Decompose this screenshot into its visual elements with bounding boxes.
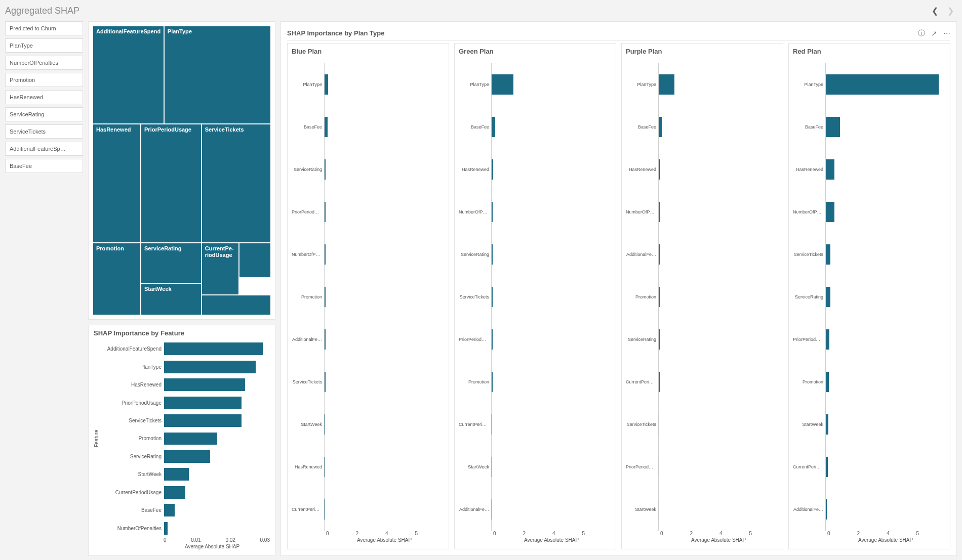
plan-bar-label: BaseFee [793, 124, 825, 130]
plan-bar-row[interactable]: AdditionalFe… [793, 488, 946, 531]
treemap-cell[interactable]: Promotion [93, 243, 141, 315]
treemap-cell[interactable]: AdditionalFeatureSpend [93, 26, 164, 124]
plan-bar-row[interactable]: BaseFee [793, 106, 946, 148]
plan-bar-row[interactable]: CurrentPerio… [292, 488, 445, 531]
plan-bar-row[interactable]: ServiceRating [292, 148, 445, 191]
plan-bar-row[interactable]: NumberOfPe… [459, 191, 612, 233]
plan-bar-row[interactable]: ServiceTickets [292, 361, 445, 403]
filter-pill[interactable]: BaseFee [5, 159, 83, 173]
feature-bar-row[interactable]: Promotion [103, 429, 270, 447]
treemap[interactable]: AdditionalFeatureSpendPlanTypeHasRenewed… [93, 26, 271, 315]
plan-x-axis-label: Average Absolute SHAP [658, 537, 779, 543]
feature-bar-row[interactable]: PriorPeriodUsage [103, 394, 270, 411]
plan-bar-label: ServiceRating [292, 167, 324, 172]
plan-bar-row[interactable]: StartWeek [626, 488, 779, 531]
plan-bar-row[interactable]: PlanType [292, 63, 445, 106]
plan-bar-row[interactable]: ServiceTickets [626, 403, 779, 446]
plan-x-axis-label: Average Absolute SHAP [324, 537, 445, 543]
plan-bar [492, 202, 493, 222]
plan-bar-row[interactable]: PlanType [626, 63, 779, 106]
axis-tick: 0 [164, 537, 167, 543]
plan-bar-row[interactable]: NumberOfPe… [793, 191, 946, 233]
plan-bar-row[interactable]: AdditionalFe… [626, 233, 779, 276]
feature-bar [164, 522, 168, 535]
plan-bar-row[interactable]: PlanType [793, 63, 946, 106]
plan-bar-row[interactable]: StartWeek [459, 446, 612, 488]
filter-pill[interactable]: Predicted to Churn [5, 21, 83, 35]
feature-bar-row[interactable]: StartWeek [103, 465, 270, 483]
treemap-cell[interactable] [202, 295, 271, 315]
plan-bar-row[interactable]: AdditionalFe… [459, 488, 612, 531]
filter-pill[interactable]: AdditionalFeatureSp… [5, 142, 83, 156]
plan-bar-row[interactable]: PriorPeriodU… [292, 191, 445, 233]
filter-pill[interactable]: NumberOfPenalties [5, 56, 83, 70]
plan-bar-row[interactable]: ServiceRating [793, 276, 946, 318]
plan-bar-row[interactable]: NumberOfPe… [292, 233, 445, 276]
plan-bar-row[interactable]: PriorPeriodU… [459, 318, 612, 361]
treemap-cell[interactable] [239, 243, 271, 278]
plan-bar-row[interactable]: PriorPeriodU… [626, 446, 779, 488]
feature-bar-chart[interactable]: Feature AdditionalFeatureSpendPlanTypeHa… [94, 340, 270, 549]
plan-bar-row[interactable]: AdditionalFe… [292, 318, 445, 361]
filter-pill[interactable]: ServiceRating [5, 107, 83, 121]
plan-bar-row[interactable]: Promotion [793, 361, 946, 403]
treemap-cell[interactable]: CurrentPe-riodUsage [202, 243, 239, 295]
plan-bar-row[interactable]: PlanType [459, 63, 612, 106]
feature-bar [164, 342, 263, 355]
plan-bar-row[interactable]: Promotion [292, 276, 445, 318]
plan-bar-row[interactable]: StartWeek [292, 403, 445, 446]
feature-bar-row[interactable]: HasRenewed [103, 376, 270, 394]
treemap-cell[interactable]: ServiceTickets [202, 124, 271, 243]
plan-bar-row[interactable]: CurrentPerio… [793, 446, 946, 488]
plan-bar-label: HasRenewed [292, 464, 324, 469]
feature-bar-row[interactable]: PlanType [103, 358, 270, 375]
plan-bar-row[interactable]: PriorPeriodU… [793, 318, 946, 361]
plan-bar-label: ServiceTickets [626, 422, 658, 427]
plan-bar [659, 117, 662, 137]
plan-bar-row[interactable]: CurrentPerio… [459, 403, 612, 446]
filter-pill[interactable]: ServiceTickets [5, 124, 83, 139]
info-icon[interactable]: ⓘ [918, 29, 925, 38]
plan-bar-label: CurrentPerio… [292, 507, 324, 512]
feature-bar-row[interactable]: ServiceTickets [103, 412, 270, 429]
plan-bar-row[interactable]: NumberOfPe… [626, 191, 779, 233]
plan-bar [826, 329, 829, 350]
filter-pill[interactable]: HasRenewed [5, 90, 83, 104]
plan-bar-row[interactable]: BaseFee [292, 106, 445, 148]
treemap-cell[interactable]: ServiceRating [141, 243, 202, 283]
filter-pill[interactable]: Promotion [5, 73, 83, 87]
feature-bar-row[interactable]: BaseFee [103, 501, 270, 519]
plan-bar-row[interactable]: HasRenewed [626, 148, 779, 191]
feature-bar-row[interactable]: ServiceRating [103, 448, 270, 465]
treemap-cell[interactable]: PlanType [164, 26, 271, 124]
plan-bar-row[interactable]: HasRenewed [459, 148, 612, 191]
plan-bar-row[interactable]: ServiceTickets [459, 276, 612, 318]
card-tools: ⓘ ↗ ⋯ [918, 29, 950, 38]
plan-bar-row[interactable]: StartWeek [793, 403, 946, 446]
plan-bar-row[interactable]: Promotion [459, 361, 612, 403]
axis-tick: 4 [719, 531, 749, 536]
expand-icon[interactable]: ↗ [931, 29, 937, 37]
plan-bar-row[interactable]: BaseFee [626, 106, 779, 148]
plan-bar-row[interactable]: ServiceRating [459, 233, 612, 276]
treemap-cell[interactable]: StartWeek [141, 283, 202, 315]
feature-bar-row[interactable]: AdditionalFeatureSpend [103, 340, 270, 358]
feature-bar-row[interactable]: NumberOfPenalties [103, 520, 270, 537]
plan-bar-row[interactable]: ServiceRating [626, 318, 779, 361]
plan-bar [492, 244, 493, 265]
more-icon[interactable]: ⋯ [943, 29, 950, 37]
plan-bar-label: AdditionalFe… [793, 507, 825, 512]
axis-tick: 0 [493, 531, 523, 536]
filter-pill[interactable]: PlanType [5, 38, 83, 53]
treemap-cell[interactable]: PriorPeriodUsage [141, 124, 202, 243]
plan-bar-row[interactable]: Promotion [626, 276, 779, 318]
nav-back-button[interactable]: ❮ [929, 5, 941, 17]
plan-bar-row[interactable]: HasRenewed [793, 148, 946, 191]
treemap-cell[interactable]: HasRenewed [93, 124, 141, 243]
plan-bar-row[interactable]: HasRenewed [292, 446, 445, 488]
feature-bar-row[interactable]: CurrentPeriodUsage [103, 484, 270, 501]
nav-forward-button[interactable]: ❯ [944, 5, 957, 17]
plan-bar-row[interactable]: BaseFee [459, 106, 612, 148]
plan-bar-row[interactable]: CurrentPerio… [626, 361, 779, 403]
plan-bar-row[interactable]: ServiceTickets [793, 233, 946, 276]
